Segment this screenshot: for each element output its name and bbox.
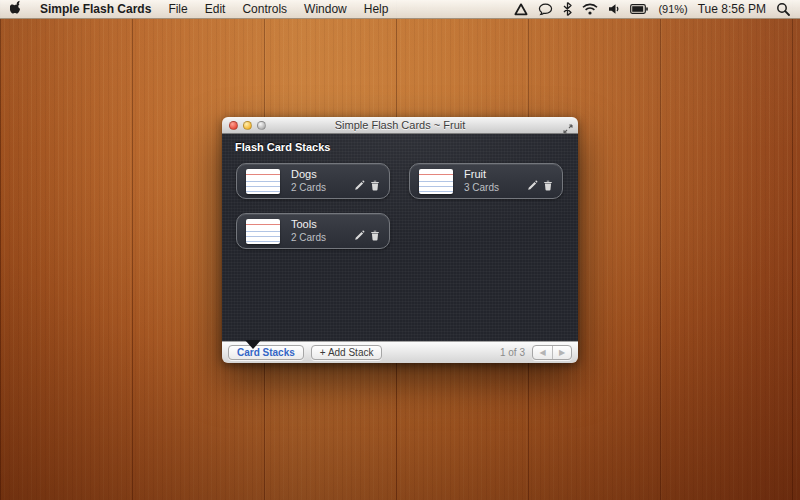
pager-prev-button[interactable]: ◀ bbox=[533, 346, 552, 359]
stack-actions bbox=[354, 180, 380, 198]
stack-card-tools[interactable]: Tools 2 Cards bbox=[236, 213, 390, 249]
pager-label: 1 of 3 bbox=[500, 347, 525, 358]
pencil-icon[interactable] bbox=[354, 230, 365, 241]
battery-icon[interactable] bbox=[630, 4, 648, 14]
pencil-icon[interactable] bbox=[354, 180, 365, 191]
menu-clock[interactable]: Tue 8:56 PM bbox=[698, 2, 766, 16]
trash-icon[interactable] bbox=[370, 180, 380, 191]
stack-text: Dogs 2 Cards bbox=[291, 168, 326, 194]
index-card-icon bbox=[246, 169, 280, 194]
stack-name: Dogs bbox=[291, 168, 326, 182]
close-button[interactable] bbox=[229, 121, 238, 130]
stack-count: 3 Cards bbox=[464, 182, 499, 195]
card-stacks-button[interactable]: Card Stacks bbox=[228, 345, 304, 360]
stack-actions bbox=[527, 180, 553, 198]
stack-text: Tools 2 Cards bbox=[291, 218, 326, 244]
chat-bubble-icon[interactable] bbox=[538, 3, 553, 16]
wifi-icon[interactable] bbox=[582, 3, 598, 15]
menu-window[interactable]: Window bbox=[304, 2, 347, 16]
stack-card-fruit[interactable]: Fruit 3 Cards bbox=[409, 163, 563, 199]
index-card-icon bbox=[419, 169, 453, 194]
trash-icon[interactable] bbox=[370, 230, 380, 241]
stack-name: Tools bbox=[291, 218, 326, 232]
stack-count: 2 Cards bbox=[291, 182, 326, 195]
stack-actions bbox=[354, 230, 380, 248]
status-menu-area: (91%) Tue 8:56 PM bbox=[514, 2, 790, 16]
window-title: Simple Flash Cards ~ Fruit bbox=[222, 119, 578, 131]
minimize-button[interactable] bbox=[243, 121, 252, 130]
stack-text: Fruit 3 Cards bbox=[464, 168, 499, 194]
stack-card-dogs[interactable]: Dogs 2 Cards bbox=[236, 163, 390, 199]
section-header: Flash Card Stacks bbox=[235, 141, 330, 153]
traffic-lights bbox=[222, 121, 266, 130]
bottom-toolbar: Card Stacks + Add Stack 1 of 3 ◀ ▶ bbox=[222, 341, 578, 363]
stack-name: Fruit bbox=[464, 168, 499, 182]
trash-icon[interactable] bbox=[543, 180, 553, 191]
pager-control: ◀ ▶ bbox=[532, 345, 572, 360]
app-window: Simple Flash Cards ~ Fruit Flash Card St… bbox=[222, 117, 578, 363]
menu-file[interactable]: File bbox=[168, 2, 187, 16]
desktop-wallpaper: Simple Flash Cards File Edit Controls Wi… bbox=[0, 0, 800, 500]
pager-next-button[interactable]: ▶ bbox=[552, 346, 571, 359]
index-card-icon bbox=[246, 219, 280, 244]
active-tab-pointer bbox=[245, 340, 261, 349]
volume-icon[interactable] bbox=[608, 3, 620, 15]
menu-controls[interactable]: Controls bbox=[242, 2, 287, 16]
zoom-button[interactable] bbox=[257, 121, 266, 130]
menu-app-name[interactable]: Simple Flash Cards bbox=[40, 2, 151, 16]
fullscreen-icon[interactable] bbox=[563, 120, 573, 138]
apple-menu-icon[interactable] bbox=[10, 0, 23, 18]
add-stack-button[interactable]: + Add Stack bbox=[311, 345, 383, 360]
pencil-icon[interactable] bbox=[527, 180, 538, 191]
stack-count: 2 Cards bbox=[291, 232, 326, 245]
menu-bar-left: Simple Flash Cards File Edit Controls Wi… bbox=[10, 0, 388, 18]
window-titlebar[interactable]: Simple Flash Cards ~ Fruit bbox=[222, 117, 578, 134]
bluetooth-icon[interactable] bbox=[563, 2, 572, 16]
menu-bar: Simple Flash Cards File Edit Controls Wi… bbox=[0, 0, 800, 19]
spotlight-icon[interactable] bbox=[776, 2, 790, 16]
menu-edit[interactable]: Edit bbox=[205, 2, 226, 16]
battery-percent[interactable]: (91%) bbox=[658, 3, 687, 15]
drive-icon[interactable] bbox=[514, 3, 528, 16]
stacks-panel: Flash Card Stacks Dogs 2 Cards bbox=[222, 134, 578, 341]
menu-help[interactable]: Help bbox=[364, 2, 389, 16]
